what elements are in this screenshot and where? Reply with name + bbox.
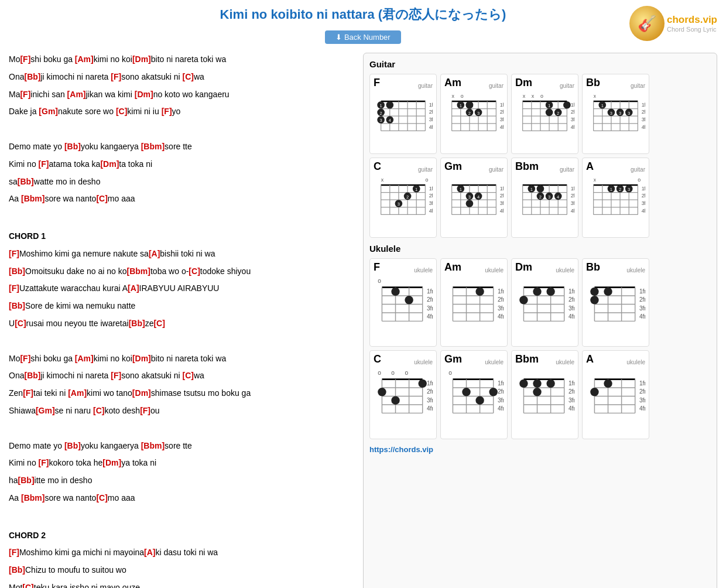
chord-box-dm-ukulele: Dm ukulele 1fr 2fr bbox=[511, 258, 578, 347]
chord-box-am-guitar: Am guitar x o bbox=[440, 74, 508, 154]
chord-type: ukulele bbox=[626, 267, 645, 274]
lyric-line: [Bb]Chizu to moufu to suitou wo bbox=[9, 563, 354, 577]
chord-box-am-ukulele: Am ukulele 1fr 2fr 3fr bbox=[440, 258, 508, 347]
svg-text:1: 1 bbox=[380, 103, 382, 108]
svg-point-264 bbox=[378, 388, 386, 396]
ukulele-chord-grid: F ukulele o 1fr 2fr bbox=[369, 258, 711, 439]
lyric-line: Kimi no [F]kokoro toka he[Dm]ya toka ni bbox=[9, 456, 354, 470]
svg-text:1fr: 1fr bbox=[642, 102, 645, 108]
svg-text:x: x bbox=[532, 93, 535, 99]
svg-text:x: x bbox=[594, 93, 597, 99]
svg-text:4fr: 4fr bbox=[498, 405, 504, 412]
guitar-chord-grid: F guitar bbox=[369, 74, 711, 238]
svg-text:2fr: 2fr bbox=[642, 193, 645, 199]
logo-block: 🎸 chords.vip Chord Song Lyric bbox=[629, 6, 717, 41]
chord-type: ukulele bbox=[414, 267, 433, 274]
svg-text:3fr: 3fr bbox=[427, 397, 433, 404]
svg-text:2: 2 bbox=[619, 187, 621, 192]
svg-text:4fr: 4fr bbox=[429, 124, 433, 130]
page-title: Kimi no koibito ni nattara (君の恋人になったら) bbox=[220, 6, 506, 23]
chord-name: F bbox=[374, 261, 380, 274]
svg-text:2: 2 bbox=[468, 111, 471, 116]
svg-text:2: 2 bbox=[406, 194, 409, 200]
chord-diagram-bb-guitar: x 1 3 bbox=[586, 90, 645, 149]
lyric-line: Shiawa[Gm]se ni naru [C]koto desh[F]ou bbox=[9, 404, 354, 418]
svg-text:4fr: 4fr bbox=[639, 405, 645, 412]
svg-text:x: x bbox=[594, 177, 597, 183]
back-button[interactable]: ⬇ Back Number bbox=[325, 30, 400, 44]
lyrics-panel: Mo[F]shi boku ga [Am]kimi no koi[Dm]bito… bbox=[9, 53, 354, 588]
svg-text:3: 3 bbox=[398, 201, 400, 207]
svg-text:2fr: 2fr bbox=[498, 296, 504, 303]
svg-text:1fr: 1fr bbox=[429, 102, 433, 108]
lyric-line bbox=[9, 334, 354, 348]
svg-text:4fr: 4fr bbox=[571, 124, 574, 130]
svg-text:2fr: 2fr bbox=[639, 389, 645, 395]
svg-text:2: 2 bbox=[557, 111, 559, 116]
svg-text:1fr: 1fr bbox=[571, 186, 574, 192]
svg-point-282 bbox=[489, 388, 497, 396]
svg-text:2fr: 2fr bbox=[639, 296, 645, 303]
lyric-line bbox=[9, 210, 354, 224]
svg-text:3fr: 3fr bbox=[571, 117, 574, 122]
svg-text:1fr: 1fr bbox=[427, 380, 433, 387]
guitar-section-title: Guitar bbox=[369, 59, 711, 69]
svg-text:3: 3 bbox=[468, 194, 471, 200]
chord-name: A bbox=[586, 160, 594, 173]
lyric-line: Aa [Bbm]sore wa nanto[C]mo aaa bbox=[9, 491, 354, 505]
lyric-line: Dake ja [Gm]nakute sore wo [C]kimi ni iu… bbox=[9, 105, 354, 119]
svg-point-313 bbox=[604, 380, 612, 388]
lyric-line: Mot[C]teku kara issho ni mayo ouze bbox=[9, 581, 354, 588]
svg-text:4fr: 4fr bbox=[498, 313, 504, 320]
chord-name: Am bbox=[444, 77, 461, 89]
chord-diagram-c-ukulele: o o o 1fr 2fr 3fr bbox=[374, 367, 433, 434]
svg-text:3fr: 3fr bbox=[498, 305, 504, 312]
svg-text:1: 1 bbox=[601, 103, 604, 108]
svg-point-155 bbox=[537, 185, 544, 193]
chord-box-dm-guitar: Dm guitar x x o bbox=[511, 74, 578, 154]
lyric-line bbox=[9, 422, 354, 436]
svg-point-296 bbox=[519, 380, 528, 388]
lyric-line: Ona[Bb]ji kimochi ni nareta [F]sono akat… bbox=[9, 70, 354, 84]
svg-text:1: 1 bbox=[460, 103, 462, 108]
chord-diagram-bbm-ukulele: 1fr 2fr 3fr 4fr bbox=[515, 367, 574, 434]
svg-text:o: o bbox=[378, 370, 381, 377]
svg-point-68 bbox=[563, 101, 571, 109]
chord-box-f-ukulele: F ukulele o 1fr 2fr bbox=[369, 258, 437, 347]
chord-type: ukulele bbox=[556, 359, 574, 365]
brand-sub: Chord Song Lyric bbox=[667, 26, 717, 33]
svg-text:o: o bbox=[391, 370, 395, 377]
chord-diagram-bb-ukulele: 1fr 2fr 3fr 4fr bbox=[586, 275, 645, 342]
chord-box-f-guitar: F guitar bbox=[369, 74, 437, 154]
lyric-line bbox=[9, 122, 354, 136]
chord-diagram-am-ukulele: 1fr 2fr 3fr 4fr bbox=[444, 275, 504, 342]
chord-name: C bbox=[374, 160, 381, 173]
brand-name: chords.vip bbox=[667, 14, 717, 26]
svg-text:1: 1 bbox=[548, 103, 550, 108]
svg-point-246 bbox=[590, 296, 598, 304]
svg-text:3fr: 3fr bbox=[639, 397, 645, 404]
chord-diagram-c-guitar: x o 1 2 bbox=[374, 174, 433, 233]
svg-point-230 bbox=[546, 288, 554, 296]
lyric-line: [Bb]Sore de kimi wa nemuku natte bbox=[9, 299, 354, 313]
svg-text:1fr: 1fr bbox=[639, 380, 645, 387]
chord-name: Dm bbox=[515, 77, 532, 89]
svg-point-228 bbox=[533, 288, 541, 296]
chord-name: Bbm bbox=[515, 160, 539, 173]
svg-text:3: 3 bbox=[628, 187, 630, 192]
svg-text:2fr: 2fr bbox=[642, 109, 645, 115]
svg-text:4fr: 4fr bbox=[569, 405, 574, 412]
chord-diagram-a-ukulele: 1fr 2fr 3fr 4fr bbox=[586, 367, 645, 434]
lyric-line: Mo[F]shi boku ga [Am]kimi no koi[Dm]bito… bbox=[9, 53, 354, 67]
svg-text:1fr: 1fr bbox=[571, 102, 574, 108]
svg-text:4: 4 bbox=[477, 194, 480, 200]
panel-footer-url: https://chords.vip bbox=[369, 445, 711, 454]
chord-type: guitar bbox=[418, 83, 433, 89]
svg-text:3: 3 bbox=[380, 118, 382, 123]
lyric-line: Zen[F]tai teki ni [Am]kimi wo tano[Dm]sh… bbox=[9, 387, 354, 401]
chord1-label: CHORD 1 bbox=[9, 230, 354, 244]
svg-point-199 bbox=[391, 288, 399, 296]
svg-text:o: o bbox=[461, 93, 464, 99]
lyric-line: [F]Uzattakute waracchau kurai A[A]IRABYU… bbox=[9, 282, 354, 296]
chord-type: guitar bbox=[560, 83, 574, 89]
